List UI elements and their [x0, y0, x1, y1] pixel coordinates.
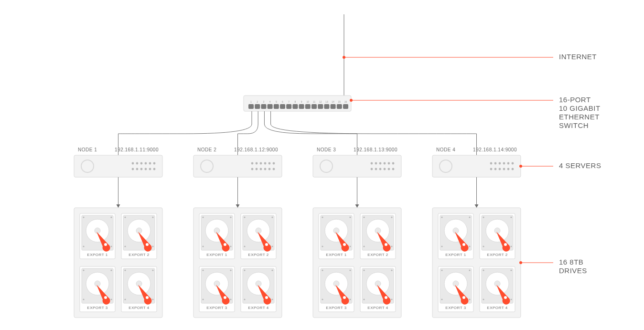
hard-drive: EXPORT 4 [241, 266, 276, 312]
drive-label: EXPORT 4 [248, 306, 268, 310]
svg-text:8: 8 [295, 100, 296, 103]
svg-rect-19 [313, 155, 401, 177]
vent-dot [371, 168, 373, 170]
vent-dot [145, 168, 147, 170]
svg-point-145 [510, 216, 512, 218]
switch-port [331, 104, 336, 109]
vent-dot [512, 168, 514, 170]
vent-dot [388, 168, 390, 170]
vent-dot [264, 162, 267, 165]
svg-text:1: 1 [250, 100, 252, 103]
svg-point-54 [152, 298, 153, 300]
svg-point-80 [230, 269, 231, 271]
vent-dot [149, 168, 151, 170]
svg-point-155 [441, 298, 442, 300]
svg-point-101 [349, 245, 351, 247]
vent-dot [149, 162, 151, 165]
drive-label: EXPORT 3 [326, 306, 346, 310]
switch-port [337, 104, 342, 109]
vent-dot [379, 162, 382, 165]
drive-label: EXPORT 3 [206, 306, 227, 310]
hard-drive: EXPORT 4 [360, 266, 396, 312]
hard-drive: EXPORT 3 [319, 266, 354, 312]
hard-drive: EXPORT 3 [199, 266, 235, 312]
svg-point-164 [483, 298, 484, 300]
vent-dot [503, 168, 505, 170]
switch-port [311, 104, 317, 109]
vent-dot [392, 162, 395, 165]
vent-dot [384, 162, 386, 165]
svg-point-113 [385, 243, 387, 246]
drive-label: EXPORT 3 [87, 306, 107, 310]
svg-point-108 [391, 216, 392, 218]
annotation-label: SWITCH [559, 121, 589, 129]
svg-point-163 [510, 269, 512, 271]
svg-text:6: 6 [282, 100, 283, 103]
svg-point-154 [469, 269, 470, 271]
vent-dot [494, 168, 497, 170]
svg-point-165 [510, 298, 512, 300]
vent-dot [264, 168, 267, 170]
hard-drive: EXPORT 1 [438, 213, 473, 259]
svg-text:12: 12 [319, 100, 322, 103]
switch-port [286, 104, 291, 109]
hard-drive: EXPORT 3 [80, 266, 115, 312]
vent-dot [499, 162, 501, 165]
drive-label: EXPORT 4 [367, 306, 388, 310]
vent-dot [494, 162, 497, 165]
vent-dot [268, 162, 271, 165]
svg-point-81 [202, 298, 204, 300]
svg-point-36 [152, 245, 153, 247]
vent-dot [251, 162, 254, 165]
switch-port [255, 104, 260, 109]
annotation-label: DRIVES [559, 266, 587, 275]
svg-point-119 [349, 298, 351, 300]
vent-dot [375, 168, 377, 170]
svg-text:7: 7 [288, 100, 290, 103]
svg-rect-20 [432, 155, 521, 177]
switch-port [324, 104, 329, 109]
svg-point-45 [110, 298, 112, 300]
node-name: NODE 1 [78, 147, 97, 152]
svg-point-131 [385, 296, 387, 299]
svg-point-122 [343, 296, 346, 299]
vent-dot [268, 168, 271, 170]
svg-point-88 [244, 269, 245, 271]
hard-drive: EXPORT 3 [438, 266, 473, 312]
switch-port [305, 104, 311, 109]
svg-point-150 [504, 243, 507, 246]
switch-port [274, 104, 279, 109]
vent-dot [256, 162, 258, 165]
svg-text:16: 16 [344, 100, 347, 103]
vent-dot [273, 168, 275, 170]
svg-point-63 [202, 245, 204, 247]
vent-dot [251, 168, 254, 170]
svg-point-61 [202, 216, 204, 218]
drive-enclosure: EXPORT 1EXPORT 2EXPORT 3EXPORT 4 [313, 208, 401, 318]
server-node: NODE 2192.168.1.12:9000 [193, 147, 282, 177]
svg-point-26 [83, 245, 84, 247]
drive-label: EXPORT 2 [367, 253, 388, 257]
hard-drive: EXPORT 1 [319, 213, 354, 259]
node-address: 192.168.1.12:9000 [234, 147, 278, 152]
svg-point-72 [244, 245, 245, 247]
server-node: NODE 4192.168.1.14:9000 [432, 147, 521, 177]
annotation-label: ETHERNET [559, 113, 600, 121]
drive-enclosure: EXPORT 1EXPORT 2EXPORT 3EXPORT 4 [193, 208, 282, 318]
svg-point-118 [322, 298, 323, 300]
vent-dot [490, 162, 493, 165]
svg-point-162 [483, 269, 484, 271]
drive-label: EXPORT 1 [445, 253, 466, 257]
hard-drive: EXPORT 2 [121, 213, 157, 259]
arrowhead-icon [475, 204, 479, 208]
svg-point-110 [391, 245, 392, 247]
vent-dot [153, 168, 156, 170]
vent-dot [384, 168, 386, 170]
svg-point-128 [391, 298, 392, 300]
vent-dot [140, 168, 143, 170]
vent-dot [392, 168, 395, 170]
drive-label: EXPORT 1 [206, 253, 227, 257]
vent-dot [503, 162, 505, 165]
svg-point-107 [363, 216, 365, 218]
drive-label: EXPORT 1 [326, 253, 346, 257]
